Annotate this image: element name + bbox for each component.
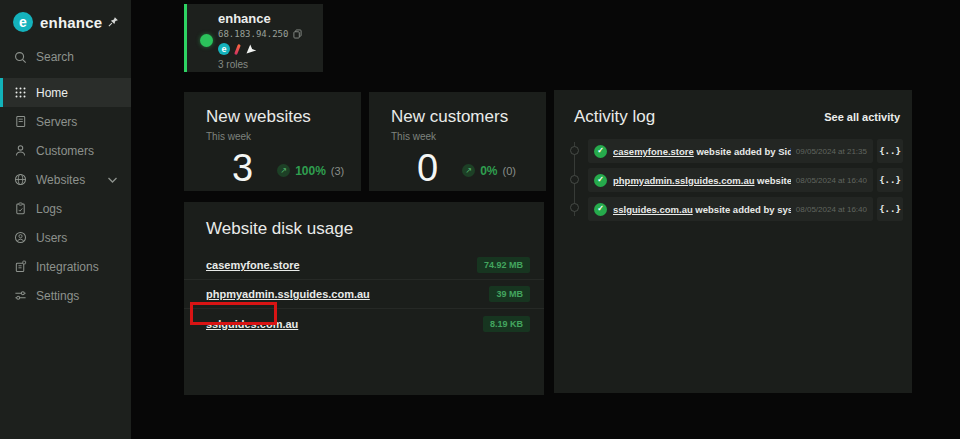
sidebar-item-label: Websites <box>36 173 85 187</box>
stat-value: 3 <box>232 148 253 190</box>
sidebar-item-users[interactable]: Users <box>0 223 131 252</box>
activity-text: website added by Siddiqui Amm... <box>694 146 791 157</box>
sidebar-item-customers[interactable]: Customers <box>0 136 131 165</box>
activity-text: website added by ... <box>754 175 790 186</box>
home-grid-icon <box>14 86 27 99</box>
enhance-logo-icon: e <box>13 12 33 32</box>
timeline-dot <box>570 146 579 155</box>
card-title: Website disk usage <box>184 202 544 239</box>
sidebar-item-home[interactable]: Home <box>0 78 131 107</box>
sliders-icon <box>14 289 27 302</box>
website-link[interactable]: casemyfone.store <box>206 259 300 271</box>
card-period: This week <box>391 131 546 142</box>
brand-logo: e enhance <box>0 0 131 32</box>
server-status-dot <box>200 34 213 47</box>
sidebar-item-websites[interactable]: Websites <box>0 165 131 194</box>
sidebar-item-label: Logs <box>36 202 62 216</box>
server-roles-label: 3 roles <box>218 59 323 70</box>
activity-entry: ✓ sslguides.com.au website added by syst… <box>588 197 903 221</box>
server-role-icons: e <box>218 43 323 55</box>
trend-up-icon: ↗ <box>462 164 475 177</box>
activity-text: website added by system <box>693 204 791 215</box>
activity-website-link[interactable]: sslguides.com.au <box>613 204 693 215</box>
server-name: enhance <box>218 11 323 26</box>
enhance-role-icon: e <box>218 43 230 55</box>
activity-entry-main: ✓ phpmyadmin.sslguides.com.au website ad… <box>588 168 873 192</box>
annotation-highlight-box <box>190 302 277 325</box>
sidebar-item-label: Integrations <box>36 260 99 274</box>
check-circle-icon: ✓ <box>594 174 607 187</box>
disk-usage-row: casemyfone.store 74.92 MB <box>184 251 544 280</box>
activity-log-card: Activity log See all activity ✓ casemyfo… <box>554 90 912 393</box>
disk-size-badge: 8.19 KB <box>483 316 530 332</box>
trend-count: (3) <box>331 165 344 177</box>
activity-payload-button[interactable]: {..} <box>877 139 903 163</box>
sidebar-item-label: Users <box>36 231 67 245</box>
sidebar-item-search[interactable]: Search <box>0 44 131 70</box>
sidebar-item-label: Home <box>36 86 68 100</box>
sidebar-item-servers[interactable]: Servers <box>0 107 131 136</box>
sidebar-nav: Home Servers Customers Websites Logs <box>0 78 131 310</box>
activity-entry: ✓ phpmyadmin.sslguides.com.au website ad… <box>588 168 903 192</box>
sidebar-item-settings[interactable]: Settings <box>0 281 131 310</box>
activity-timestamp: 08/05/2024 at 16:40 <box>796 205 867 214</box>
sidebar-item-label: Settings <box>36 289 79 303</box>
sidebar-item-label: Search <box>36 50 74 64</box>
user-circle-icon <box>14 231 27 244</box>
stat-value: 0 <box>417 148 438 190</box>
card-period: This week <box>206 131 361 142</box>
activity-entry-main: ✓ sslguides.com.au website added by syst… <box>588 197 873 221</box>
timeline-dot <box>570 203 579 212</box>
check-circle-icon: ✓ <box>594 203 607 216</box>
sidebar: e enhance Search Home Servers Customers <box>0 0 131 439</box>
new-customers-card: New customers This week 0 ↗ 0% (0) <box>369 92 546 191</box>
chevron-down-icon <box>106 177 119 183</box>
disk-size-badge: 74.92 MB <box>477 257 530 273</box>
timeline-dot <box>570 175 579 184</box>
globe-icon <box>14 173 27 186</box>
activity-timestamp: 09/05/2024 at 21:35 <box>796 147 867 156</box>
sidebar-item-integrations[interactable]: Integrations <box>0 252 131 281</box>
server-icon <box>14 115 27 128</box>
server-ip: 68.183.94.250 <box>218 29 288 39</box>
pin-icon[interactable] <box>107 16 119 28</box>
trend-percent: 100% <box>295 164 326 178</box>
new-websites-card: New websites This week 3 ↗ 100% (3) <box>184 92 361 191</box>
clipboard-icon <box>14 202 27 215</box>
brand-name: enhance <box>40 14 102 31</box>
trend-up-icon: ↗ <box>277 164 290 177</box>
card-title: New customers <box>391 107 546 127</box>
activity-entry: ✓ casemyfone.store website added by Sidd… <box>588 139 903 163</box>
server-card[interactable]: enhance 68.183.94.250 e 3 roles <box>184 4 323 72</box>
trend-percent: 0% <box>480 164 497 178</box>
check-circle-icon: ✓ <box>594 145 607 158</box>
activity-website-link[interactable]: casemyfone.store <box>613 146 694 157</box>
building-icon <box>14 260 27 273</box>
activity-payload-button[interactable]: {..} <box>877 168 903 192</box>
copy-icon[interactable] <box>293 29 302 39</box>
slash-role-icon <box>234 43 241 54</box>
sidebar-item-label: Servers <box>36 115 77 129</box>
activity-website-link[interactable]: phpmyadmin.sslguides.com.au <box>613 175 754 186</box>
activity-entry-main: ✓ casemyfone.store website added by Sidd… <box>588 139 873 163</box>
cursor-role-icon <box>245 43 257 55</box>
person-icon <box>14 144 27 157</box>
search-icon <box>14 51 27 64</box>
website-link[interactable]: phpmyadmin.sslguides.com.au <box>206 288 370 300</box>
sidebar-item-label: Customers <box>36 144 94 158</box>
trend-count: (0) <box>502 165 515 177</box>
dashboard-page: e enhance Search Home Servers Customers <box>0 0 960 439</box>
activity-payload-button[interactable]: {..} <box>877 197 903 221</box>
see-all-activity-link[interactable]: See all activity <box>824 111 900 123</box>
activity-timestamp: 08/05/2024 at 16:40 <box>796 176 867 185</box>
disk-size-badge: 39 MB <box>489 286 530 302</box>
website-disk-usage-card: Website disk usage casemyfone.store 74.9… <box>184 202 544 395</box>
card-title: New websites <box>206 107 361 127</box>
sidebar-item-logs[interactable]: Logs <box>0 194 131 223</box>
card-title: Activity log <box>574 107 655 127</box>
